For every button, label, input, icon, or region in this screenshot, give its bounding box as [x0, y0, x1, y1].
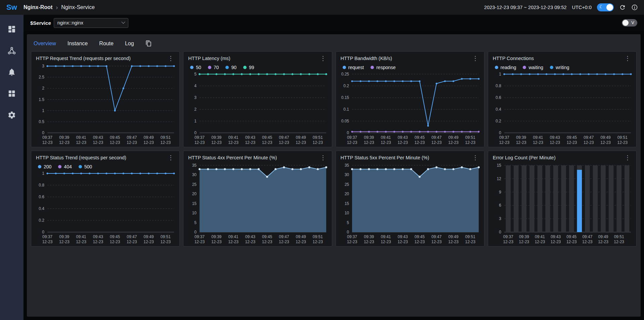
legend-item[interactable]: request	[343, 65, 364, 70]
svg-text:2: 2	[195, 107, 197, 112]
svg-text:25: 25	[192, 182, 197, 187]
svg-text:09:3712-23: 09:3712-23	[503, 234, 513, 244]
svg-text:09:3912-23: 09:3912-23	[211, 234, 222, 244]
chart-canvas[interactable]: 0510152025303509:3712-2309:3912-2309:411…	[183, 161, 332, 246]
chart-canvas[interactable]: 0369121509:3712-2309:3912-2309:4112-2309…	[488, 161, 636, 246]
svg-text:09:4112-23: 09:4112-23	[381, 135, 391, 145]
svg-text:09:4912-23: 09:4912-23	[448, 234, 459, 244]
chart-title: HTTP Request Trend (requests per second)	[36, 56, 131, 61]
more-menu-icon[interactable]: ⋮	[319, 55, 327, 61]
svg-text:30: 30	[192, 172, 197, 177]
svg-text:09:4112-23: 09:4112-23	[228, 234, 239, 244]
svg-text:09:4312-23: 09:4312-23	[551, 234, 561, 244]
alerting-icon[interactable]	[7, 68, 16, 76]
legend-item[interactable]: reading	[495, 65, 516, 70]
legend-item[interactable]: 90	[225, 65, 237, 70]
chart-canvas[interactable]: 00.20.40.60.8109:3712-2309:3912-2309:411…	[488, 70, 636, 147]
svg-text:20: 20	[344, 192, 349, 196]
chart-canvas[interactable]: 0510152025303509:3712-2309:3912-2309:411…	[336, 161, 484, 246]
legend-label: 90	[231, 65, 237, 70]
service-select[interactable]: nginx::nginx	[54, 18, 128, 28]
info-icon[interactable]	[631, 4, 638, 11]
settings-gear-icon[interactable]	[7, 111, 16, 119]
tab-instance[interactable]: Instance	[68, 41, 88, 47]
svg-text:09:4512-23: 09:4512-23	[414, 135, 425, 145]
legend-dot-icon	[208, 66, 211, 69]
svg-text:09:5112-23: 09:5112-23	[614, 234, 624, 244]
theme-toggle[interactable]: ☾	[597, 3, 614, 11]
svg-text:0.1: 0.1	[343, 107, 349, 112]
skywalking-logo[interactable]: Sw	[0, 3, 24, 12]
chart-canvas[interactable]: 00.20.40.60.8109:3712-2309:3912-2309:411…	[31, 169, 179, 246]
topology-icon[interactable]	[7, 46, 16, 55]
svg-text:0.2: 0.2	[343, 84, 349, 88]
more-menu-icon[interactable]: ⋮	[624, 55, 632, 61]
chart-legend: 200404500	[31, 161, 179, 169]
svg-text:09:4512-23: 09:4512-23	[566, 234, 577, 244]
svg-text:09:4912-23: 09:4912-23	[600, 135, 611, 145]
chart-canvas[interactable]: 00.050.10.150.20.2509:3712-2309:3912-230…	[336, 70, 484, 147]
more-menu-icon[interactable]: ⋮	[471, 155, 479, 161]
svg-text:1.5: 1.5	[39, 97, 44, 102]
svg-text:09:5112-23: 09:5112-23	[617, 135, 628, 145]
svg-text:09:4512-23: 09:4512-23	[414, 234, 425, 244]
svg-text:09:3712-23: 09:3712-23	[195, 135, 205, 145]
legend-item[interactable]: 404	[58, 164, 72, 169]
time-range-picker[interactable]: 2023-12-23 09:37 ~ 2023-12-23 09:52	[484, 5, 567, 10]
svg-text:10: 10	[192, 211, 197, 215]
app-header: Sw Nginx-Root › Nginx-Service 2023-12-23…	[0, 0, 644, 15]
svg-text:09:5112-23: 09:5112-23	[465, 234, 475, 244]
legend-item[interactable]: 99	[243, 65, 254, 70]
svg-text:09:4112-23: 09:4112-23	[228, 135, 239, 145]
svg-text:09:4312-23: 09:4312-23	[245, 135, 256, 145]
more-menu-icon[interactable]: ⋮	[319, 155, 327, 161]
svg-text:09:3912-23: 09:3912-23	[59, 135, 70, 145]
svg-text:09:5112-23: 09:5112-23	[161, 135, 171, 145]
chart-title: HTTP Status 5xx Percent Per Minute (%)	[341, 155, 429, 160]
svg-text:0.6: 0.6	[39, 195, 44, 199]
main-content: Overview Instance Route Log HTTP Request…	[24, 31, 644, 320]
more-menu-icon[interactable]: ⋮	[624, 155, 632, 161]
svg-text:09:4312-23: 09:4312-23	[93, 135, 103, 145]
svg-text:0.8: 0.8	[496, 84, 501, 88]
chart-canvas[interactable]: 00.511.522.5309:3712-2309:3912-2309:4112…	[31, 62, 179, 147]
svg-text:09:4712-23: 09:4712-23	[279, 234, 289, 244]
refresh-icon[interactable]	[619, 4, 626, 11]
legend-item[interactable]: 200	[38, 164, 51, 169]
chart-title: HTTP Latency (ms)	[188, 56, 230, 61]
copy-tab-icon[interactable]	[145, 40, 152, 47]
legend-item[interactable]: 70	[208, 65, 219, 70]
chart-canvas[interactable]: 01234509:3712-2309:3912-2309:4112-2309:4…	[183, 70, 332, 147]
svg-text:09:3912-23: 09:3912-23	[211, 135, 222, 145]
legend-item[interactable]: waiting	[523, 65, 543, 70]
chart-legend: 50709099	[183, 62, 332, 70]
legend-item[interactable]: writing	[550, 65, 569, 70]
legend-label: request	[348, 65, 364, 70]
svg-text:4: 4	[195, 84, 197, 88]
svg-text:09:3912-23: 09:3912-23	[516, 135, 526, 145]
dashboards-icon[interactable]	[7, 25, 16, 34]
tab-route[interactable]: Route	[99, 41, 114, 47]
breadcrumb-current[interactable]: Nginx-Service	[61, 4, 95, 10]
svg-text:09:5112-23: 09:5112-23	[161, 234, 171, 244]
view-edit-toggle[interactable]: V	[622, 19, 637, 26]
toggle-knob	[606, 4, 613, 11]
breadcrumb-root[interactable]: Nginx-Root	[24, 4, 52, 10]
svg-text:09:4912-23: 09:4912-23	[296, 135, 306, 145]
svg-text:09:4112-23: 09:4112-23	[533, 135, 543, 145]
legend-dot-icon	[190, 66, 194, 69]
chart-card-error-log-count: Error Log Count (Per Minute) ⋮ 036912150…	[488, 151, 637, 247]
legend-item[interactable]: 50	[190, 65, 201, 70]
dashboard-panel: Overview Instance Route Log HTTP Request…	[27, 34, 641, 317]
legend-dot-icon	[225, 66, 229, 69]
more-menu-icon[interactable]: ⋮	[167, 55, 175, 61]
more-menu-icon[interactable]: ⋮	[471, 55, 479, 61]
marketplace-icon[interactable]	[7, 89, 16, 98]
legend-item[interactable]: response	[371, 65, 396, 70]
svg-text:09:4512-23: 09:4512-23	[110, 135, 120, 145]
legend-item[interactable]: 500	[79, 164, 92, 169]
svg-text:1: 1	[42, 171, 44, 176]
more-menu-icon[interactable]: ⋮	[167, 155, 175, 161]
tab-overview[interactable]: Overview	[34, 41, 56, 47]
tab-log[interactable]: Log	[125, 41, 134, 47]
